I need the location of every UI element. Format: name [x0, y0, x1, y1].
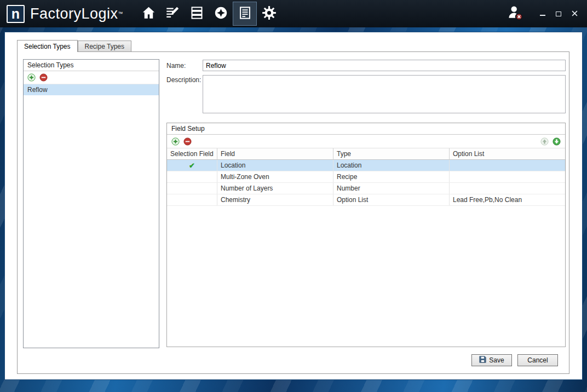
nav-dispatch-button[interactable] [209, 2, 233, 26]
close-icon [572, 9, 578, 19]
cell-selection-field [167, 171, 217, 182]
checkmark-icon: ✔ [167, 160, 217, 171]
column-header-option-list[interactable]: Option List [450, 148, 565, 159]
user-logout-button[interactable] [507, 5, 524, 22]
app-title: FactoryLogix™ [30, 5, 123, 22]
cell-option-list [450, 171, 565, 182]
add-selection-type-button[interactable] [27, 73, 36, 82]
selection-types-list-header: Selection Types [24, 60, 159, 71]
maximize-button[interactable] [554, 9, 563, 18]
main-content: Selection Types Recipe Types Selection T… [4, 32, 583, 380]
cell-type: Option List [333, 194, 450, 205]
cell-option-list [450, 160, 565, 171]
stack-icon [189, 5, 204, 22]
minimize-button[interactable] [538, 9, 548, 18]
cell-type: Number [333, 183, 450, 194]
tabstrip: Selection Types Recipe Types [17, 40, 131, 52]
logo-icon: n [7, 5, 25, 23]
description-label: Description: [166, 76, 201, 84]
maximize-icon [556, 11, 561, 16]
nav-reports-button[interactable] [233, 2, 257, 26]
field-setup-toolbar [167, 135, 565, 148]
save-button-label: Save [489, 356, 504, 364]
tab-selection-types[interactable]: Selection Types [17, 40, 78, 52]
home-icon [141, 5, 156, 22]
cell-selection-field [167, 183, 217, 194]
tab-recipe-types[interactable]: Recipe Types [78, 41, 132, 51]
description-input[interactable] [203, 75, 566, 113]
save-floppy-icon [479, 356, 486, 365]
remove-field-button[interactable] [183, 137, 192, 146]
nav-materials-button[interactable] [185, 2, 209, 26]
name-input[interactable] [203, 60, 566, 71]
nav-home-button[interactable] [136, 2, 160, 26]
trademark-symbol: ™ [118, 11, 124, 16]
nav-settings-button[interactable] [257, 2, 281, 26]
field-setup-group: Field Setup [166, 123, 566, 347]
cancel-button-label: Cancel [527, 356, 548, 364]
column-header-selection-field[interactable]: Selection Field [167, 148, 217, 159]
cell-field: Number of Layers [217, 183, 333, 194]
cancel-button[interactable]: Cancel [517, 354, 558, 366]
field-table-header: Selection Field Field Type Option List [167, 148, 565, 160]
table-row[interactable]: Number of Layers Number [167, 183, 565, 194]
column-header-field[interactable]: Field [217, 148, 333, 159]
cell-selection-field [167, 194, 217, 205]
cell-option-list [450, 183, 565, 194]
move-field-up-button[interactable] [540, 137, 549, 146]
user-x-icon [507, 4, 523, 23]
minimize-icon [540, 15, 545, 16]
save-button[interactable]: Save [471, 354, 512, 366]
logo-letter: n [11, 6, 20, 22]
app-logo: n FactoryLogix™ [0, 5, 123, 23]
cell-option-list: Lead Free,Pb,No Clean [450, 194, 565, 205]
cell-field: Location [217, 160, 333, 171]
name-label: Name: [166, 62, 186, 70]
selection-types-list: Selection Types Reflow [23, 59, 159, 348]
list-pencil-icon [165, 5, 180, 22]
list-item-reflow[interactable]: Reflow [24, 84, 159, 95]
table-row[interactable]: Chemistry Option List Lead Free,Pb,No Cl… [167, 194, 565, 206]
titlebar: n FactoryLogix™ [0, 0, 587, 27]
nav-production-button[interactable] [160, 2, 185, 26]
compass-icon [214, 5, 228, 22]
titlebar-right [507, 5, 579, 22]
add-field-button[interactable] [171, 137, 180, 146]
column-header-type[interactable]: Type [333, 148, 450, 159]
main-nav [136, 0, 281, 27]
cell-type: Recipe [333, 171, 450, 182]
close-button[interactable] [569, 9, 579, 18]
tab-selection-types-label: Selection Types [24, 43, 71, 50]
field-setup-header: Field Setup [167, 123, 565, 135]
selection-types-toolbar [24, 71, 159, 84]
remove-selection-type-button[interactable] [39, 73, 48, 82]
move-field-down-button[interactable] [553, 137, 561, 146]
cell-type: Location [333, 160, 450, 171]
table-row[interactable]: ✔ Location Location [167, 160, 565, 171]
tab-recipe-types-label: Recipe Types [85, 43, 125, 50]
document-icon [238, 5, 252, 22]
gear-icon [262, 5, 277, 22]
table-row[interactable]: Multi-Zone Oven Recipe [167, 171, 565, 183]
cell-field: Multi-Zone Oven [217, 171, 333, 182]
selection-types-panel: Selection Types Reflow Name: Description… [17, 51, 569, 374]
app-window: n FactoryLogix™ [0, 0, 587, 392]
cell-field: Chemistry [217, 194, 333, 205]
